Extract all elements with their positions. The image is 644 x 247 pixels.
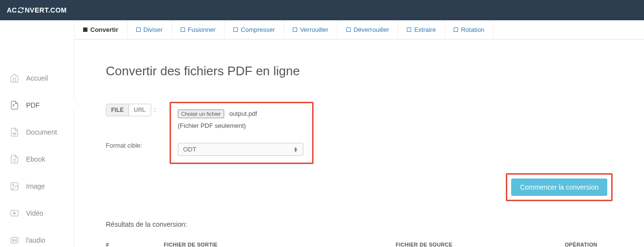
tab-label: Diviser [143, 26, 163, 33]
square-icon [181, 27, 185, 32]
refresh-icon [17, 7, 24, 14]
square-icon [136, 27, 141, 32]
source-toggle: FILE URL [106, 104, 151, 116]
tab-label: Fusionner [188, 26, 216, 33]
tab-label: Verrouiller [300, 26, 329, 33]
tab-fusionner[interactable]: Fusionner [172, 20, 225, 39]
sidebar-item-label: Document [26, 128, 57, 136]
sidebar-item-ebook[interactable]: Ebook [0, 146, 74, 173]
square-icon [233, 27, 238, 32]
sidebar: Accueil PDF Document Ebook Image [0, 20, 74, 247]
sidebar-item-document[interactable]: Document [0, 119, 74, 146]
svg-point-3 [13, 184, 14, 186]
sidebar-item-audio[interactable]: l'audio [0, 227, 74, 247]
col-output-file: FICHIER DE SORTIE [164, 242, 396, 247]
svg-marker-7 [13, 239, 14, 242]
image-icon [10, 181, 19, 191]
col-number: # [106, 242, 164, 247]
tab-convertir[interactable]: Convertir [74, 20, 128, 39]
top-header: AC NVERT.COM [0, 0, 644, 20]
sidebar-item-label: l'audio [26, 236, 45, 244]
square-icon [407, 27, 411, 32]
start-conversion-button[interactable]: Commencer la conversion [511, 178, 607, 196]
tab-diviser[interactable]: Diviser [128, 20, 172, 39]
tab-label: Déverrouiller [354, 26, 389, 33]
square-icon [293, 27, 297, 32]
format-select[interactable]: ODT ▲▼ [178, 143, 303, 156]
col-source-file: FICHIER DE SOURCE [396, 242, 565, 247]
col-operation: OPÉRATION [565, 242, 613, 247]
sidebar-item-pdf[interactable]: PDF [0, 92, 74, 119]
select-arrows-icon: ▲▼ [293, 147, 298, 152]
sidebar-item-label: Image [26, 182, 45, 190]
brand-logo[interactable]: AC NVERT.COM [7, 6, 67, 14]
sidebar-item-image[interactable]: Image [0, 173, 74, 200]
tabs: Convertir Diviser Fusionner Compresser V… [74, 20, 644, 40]
tab-compresser[interactable]: Compresser [225, 20, 284, 39]
square-icon [454, 27, 458, 32]
results-label: Résultats de la conversion: [106, 220, 613, 228]
tab-extraire[interactable]: Extraire [398, 20, 445, 39]
tab-label: Compresser [241, 26, 275, 33]
video-icon [10, 208, 19, 218]
sidebar-item-accueil[interactable]: Accueil [0, 65, 74, 92]
sidebar-item-video[interactable]: Vidéo [0, 200, 74, 227]
pdf-icon [10, 100, 19, 110]
square-icon [346, 27, 351, 32]
file-input-highlight: Choisir un fichier output.pdf (Fichier P… [170, 102, 314, 164]
sidebar-item-label: Accueil [26, 74, 48, 82]
toggle-file[interactable]: FILE [106, 104, 129, 116]
audio-icon [10, 235, 19, 245]
format-label: Format cible: [106, 142, 142, 149]
tab-label: Convertir [90, 26, 118, 33]
file-hint: (Fichier PDF seulement) [178, 122, 305, 129]
sidebar-item-label: Ebook [26, 155, 45, 163]
svg-marker-5 [14, 212, 15, 215]
tab-label: Rotation [461, 26, 484, 33]
tab-verrouiller[interactable]: Verrouiller [284, 20, 338, 39]
square-icon [83, 27, 87, 32]
tab-label: Extraire [414, 26, 436, 33]
brand-left: AC [7, 6, 17, 14]
results-table-header: # FICHIER DE SORTIE FICHIER DE SOURCE OP… [106, 237, 613, 247]
brand-right: NVERT.COM [25, 6, 67, 14]
tab-deverrouiller[interactable]: Déverrouiller [338, 20, 399, 39]
sidebar-item-label: PDF [26, 101, 40, 109]
ebook-icon [10, 154, 19, 164]
toggle-url[interactable]: URL [129, 104, 151, 116]
colon: : [154, 106, 156, 113]
choose-file-button[interactable]: Choisir un fichier [178, 110, 224, 118]
format-value: ODT [183, 146, 196, 153]
convert-button-highlight: Commencer la conversion [506, 173, 613, 201]
sidebar-item-label: Vidéo [26, 209, 43, 217]
document-icon [10, 127, 19, 137]
selected-file-name: output.pdf [229, 110, 257, 117]
home-icon [10, 73, 19, 83]
tab-rotation[interactable]: Rotation [445, 20, 493, 39]
page-title: Convertir des fichiers PDF en ligne [106, 64, 613, 79]
